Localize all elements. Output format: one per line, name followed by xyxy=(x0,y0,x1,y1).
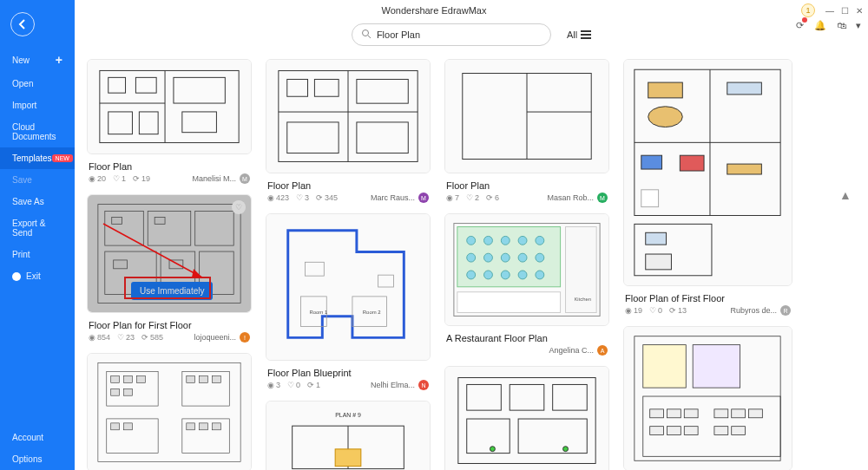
svg-rect-37 xyxy=(187,423,195,430)
svg-rect-109 xyxy=(714,409,728,418)
avatar: R xyxy=(780,305,791,316)
svg-rect-8 xyxy=(139,112,158,134)
favorite-icon[interactable]: ♡ xyxy=(232,200,246,214)
svg-point-73 xyxy=(467,271,476,279)
template-card[interactable] xyxy=(623,326,792,470)
avatar: A xyxy=(597,345,608,356)
svg-rect-47 xyxy=(357,122,408,153)
svg-point-69 xyxy=(484,253,493,262)
stat-value: 13 xyxy=(678,306,687,315)
cart-icon[interactable]: 🛍 xyxy=(835,19,847,31)
template-card[interactable]: Floor Plan ◉7 ♡2 ⟳6 Masan Rob...M xyxy=(444,59,609,205)
svg-point-85 xyxy=(563,447,569,452)
stat-value: 1 xyxy=(122,174,126,183)
svg-point-66 xyxy=(518,236,527,245)
updates-icon[interactable]: ⟳ xyxy=(793,19,806,31)
info-badge: ! xyxy=(240,332,250,343)
main: All xyxy=(75,0,868,470)
search-icon xyxy=(361,29,372,41)
sidebar-item-print[interactable]: Print xyxy=(0,244,75,265)
template-card[interactable]: Museum Floor Plan xyxy=(444,366,609,470)
app-title: Wondershare EdrawMax xyxy=(382,5,487,16)
search-box[interactable] xyxy=(352,23,551,46)
avatar: M xyxy=(418,193,429,203)
svg-rect-97 xyxy=(646,232,667,245)
svg-point-90 xyxy=(648,107,683,127)
new-badge: NEW xyxy=(52,154,73,162)
svg-rect-2 xyxy=(100,70,239,142)
plan-label: PLAN # 9 xyxy=(335,412,361,418)
likes-icon: ♡ xyxy=(117,333,124,342)
sidebar: New + Open Import Cloud Documents Templa… xyxy=(0,0,75,470)
sidebar-label: Import xyxy=(12,101,36,110)
svg-rect-28 xyxy=(124,388,133,395)
svg-rect-98 xyxy=(646,254,672,270)
svg-rect-78 xyxy=(458,378,595,464)
svg-rect-20 xyxy=(114,260,128,269)
sidebar-item-import[interactable]: Import xyxy=(0,95,75,116)
filter-label: All xyxy=(567,29,577,40)
search-input[interactable] xyxy=(377,29,542,40)
sidebar-item-open[interactable]: Open xyxy=(0,73,75,95)
svg-rect-95 xyxy=(641,190,659,207)
menu-icon xyxy=(581,30,591,39)
template-card-selected[interactable]: ♡ Use Immediately Floor Plan for First F… xyxy=(87,194,252,344)
stat-value: 23 xyxy=(126,333,135,342)
svg-rect-111 xyxy=(749,409,763,418)
template-card[interactable]: Room 1 Room 2 Floor Plan Blueprint ◉3 ♡0… xyxy=(266,213,431,392)
toolbar-chevron-icon[interactable]: ▾ xyxy=(856,20,861,31)
svg-rect-50 xyxy=(306,262,325,276)
sidebar-label: Print xyxy=(12,250,30,259)
svg-point-65 xyxy=(501,236,510,245)
back-button[interactable] xyxy=(10,12,35,36)
author-name: Nelhi Elma... xyxy=(371,381,415,389)
sidebar-item-cloud[interactable]: Cloud Documents xyxy=(0,116,75,147)
svg-rect-14 xyxy=(195,212,234,246)
template-card[interactable]: Kitchen A Restaurant Floor Plan xyxy=(444,213,609,357)
svg-rect-46 xyxy=(287,122,339,153)
filter-all-button[interactable]: All xyxy=(567,29,591,40)
template-card[interactable]: PLAN # 9 xyxy=(266,401,431,470)
svg-rect-103 xyxy=(650,409,664,418)
room-label: Room 1 xyxy=(309,310,327,315)
svg-rect-24 xyxy=(111,375,120,382)
template-card[interactable]: Floor Plan of First Floor ◉19 ♡0 ⟳13 Rub… xyxy=(623,59,792,317)
views-icon: ◉ xyxy=(89,174,95,183)
scroll-top-button[interactable]: ▲ xyxy=(837,186,854,204)
saves-icon: ⟳ xyxy=(307,381,314,389)
svg-rect-18 xyxy=(112,217,122,224)
card-title: Floor Plan xyxy=(267,180,429,191)
views-icon: ◉ xyxy=(625,306,632,315)
svg-rect-82 xyxy=(467,419,510,454)
stat-value: 19 xyxy=(141,174,150,183)
template-card[interactable]: Floor Plan ◉423 ♡3 ⟳345 Marc Raus...M xyxy=(266,59,431,205)
stat-value: 0 xyxy=(296,381,300,389)
template-card[interactable]: Laboratory Floor Plan xyxy=(87,353,252,470)
svg-rect-101 xyxy=(693,345,740,388)
sidebar-item-account[interactable]: Account xyxy=(0,427,75,448)
svg-rect-13 xyxy=(148,212,190,246)
svg-point-72 xyxy=(536,253,544,262)
sidebar-item-options[interactable]: Options xyxy=(0,448,75,470)
svg-rect-94 xyxy=(727,164,762,174)
sidebar-item-templates[interactable]: Templates NEW xyxy=(0,147,75,169)
sidebar-item-export[interactable]: Export & Send xyxy=(0,212,75,244)
svg-rect-113 xyxy=(732,427,746,435)
svg-rect-104 xyxy=(667,409,681,418)
stat-value: 3 xyxy=(276,381,280,389)
avatar: M xyxy=(240,173,250,184)
svg-rect-92 xyxy=(641,155,662,169)
author-name: Marc Raus... xyxy=(371,193,415,202)
highlight-box xyxy=(124,277,211,299)
likes-icon: ♡ xyxy=(113,174,120,183)
avatar: M xyxy=(597,193,608,203)
svg-point-75 xyxy=(501,271,510,279)
author-name: Masan Rob... xyxy=(547,193,594,202)
sidebar-item-exit[interactable]: Exit xyxy=(0,265,75,287)
svg-rect-19 xyxy=(155,217,165,224)
likes-icon: ♡ xyxy=(466,193,473,202)
template-card[interactable]: Floor Plan ◉20 ♡1 ⟳19 Manelisi M...M xyxy=(87,59,252,186)
bell-icon[interactable]: 🔔 xyxy=(814,19,826,31)
sidebar-item-new[interactable]: New + xyxy=(0,47,75,73)
sidebar-item-saveas[interactable]: Save As xyxy=(0,191,75,212)
